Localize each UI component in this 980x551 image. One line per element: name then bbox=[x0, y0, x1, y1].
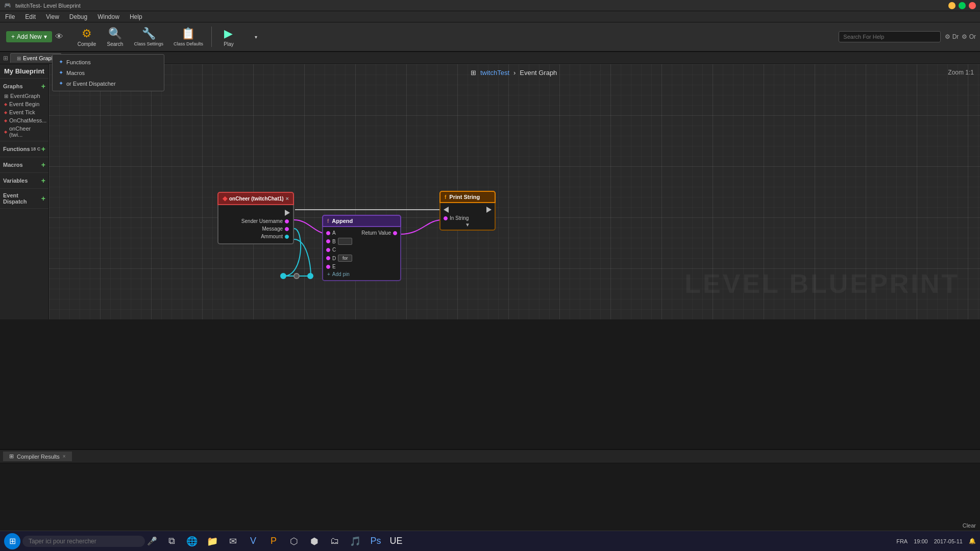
graphs-header[interactable]: Graphs + bbox=[0, 81, 48, 92]
message-row: Message bbox=[218, 225, 293, 233]
menu-bar: File Edit View Debug Window Help bbox=[0, 11, 980, 22]
node-oncheer-close[interactable]: × bbox=[286, 195, 289, 202]
macro-tooltip: ✦ Functions ✦ Macros ✦ or Event Dispatch… bbox=[52, 54, 164, 91]
menu-file[interactable]: File bbox=[3, 12, 17, 21]
canvas-area[interactable]: ◀ ▶ ⊞ twitchTest › Event Graph Zoom 1:1 bbox=[49, 64, 980, 319]
menu-edit[interactable]: Edit bbox=[23, 12, 38, 21]
print-in-string-pin[interactable] bbox=[444, 216, 448, 220]
event-graph-item[interactable]: ⊞ EventGraph bbox=[0, 92, 48, 100]
taskbar-extra2[interactable]: ⬢ bbox=[306, 533, 323, 549]
append-pin-a[interactable] bbox=[326, 231, 330, 235]
compiler-tab-bar: ⊞ Compiler Results × bbox=[0, 450, 980, 463]
settings-icon-right[interactable]: ⚙ Dr bbox=[945, 33, 959, 40]
menu-window[interactable]: Window bbox=[95, 12, 121, 21]
macro-tooltip-item-event-dispatcher[interactable]: ✦ or Event Dispatcher bbox=[53, 78, 164, 89]
on-cheer-item[interactable]: ◆ onCheer (twi... bbox=[0, 124, 48, 139]
variables-add-button[interactable]: + bbox=[41, 177, 45, 185]
node-oncheer[interactable]: ◆ onCheer (twitchChat1) × Sender Usernam… bbox=[217, 192, 294, 244]
taskbar-vs[interactable]: V bbox=[245, 533, 261, 549]
search-help-input[interactable] bbox=[839, 31, 941, 42]
reroute-node-2[interactable] bbox=[293, 273, 300, 279]
append-return-pin[interactable] bbox=[393, 231, 397, 235]
menu-debug[interactable]: Debug bbox=[67, 12, 89, 21]
append-pin-b-input[interactable] bbox=[338, 238, 352, 245]
macros-header[interactable]: Macros + bbox=[0, 159, 48, 170]
class-settings-button[interactable]: 🔧 Class Settings bbox=[130, 24, 167, 49]
macro-tooltip-item-functions[interactable]: ✦ Functions bbox=[53, 57, 164, 67]
minimize-button[interactable] bbox=[948, 2, 955, 9]
append-pin-e-row: E bbox=[323, 263, 400, 270]
graphs-add-button[interactable]: + bbox=[41, 82, 45, 90]
compile-button[interactable]: ⚙ Compile bbox=[74, 24, 101, 49]
event-tick-item[interactable]: ◆ Event Tick bbox=[0, 108, 48, 116]
taskbar-chrome[interactable]: 🌐 bbox=[184, 533, 200, 549]
maximize-button[interactable] bbox=[959, 2, 966, 9]
taskbar-perforce[interactable]: P bbox=[265, 533, 282, 549]
taskbar-search-input[interactable] bbox=[22, 536, 145, 547]
on-chat-mess-item[interactable]: ◆ OnChatMess... bbox=[0, 116, 48, 124]
class-defaults-button[interactable]: 📋 Class Defaults bbox=[169, 24, 207, 49]
toolbar: + Add New ▾ 👁 ⚙ Compile 🔍 Search 🔧 Class… bbox=[0, 22, 980, 52]
append-pin-c-row: C bbox=[323, 246, 400, 254]
ammount-row: Ammount bbox=[218, 233, 293, 240]
eye-icon[interactable]: 👁 bbox=[55, 32, 63, 41]
taskbar-files[interactable]: 📁 bbox=[204, 533, 220, 549]
print-expand-button[interactable]: ▼ bbox=[440, 222, 495, 228]
node-print-string[interactable]: f Print String In String ▼ bbox=[439, 191, 496, 231]
compiler-tab-close-button[interactable]: × bbox=[63, 454, 66, 459]
microphone-icon[interactable]: 🎤 bbox=[147, 536, 157, 546]
add-new-button[interactable]: + Add New ▾ bbox=[6, 31, 52, 42]
taskbar-date: 2017-05-11 bbox=[934, 538, 963, 544]
node-append[interactable]: f Append A Return Value bbox=[322, 215, 401, 281]
exec-out-pin[interactable] bbox=[285, 210, 290, 216]
append-pin-b[interactable] bbox=[326, 239, 330, 243]
play-button[interactable]: ▶ Play bbox=[216, 24, 241, 49]
close-button[interactable] bbox=[969, 2, 976, 9]
append-pin-e[interactable] bbox=[326, 265, 330, 269]
functions-add-button[interactable]: + bbox=[41, 145, 45, 153]
play-options-button[interactable]: ▾ bbox=[243, 24, 269, 49]
dispatch-icon: ✦ bbox=[59, 80, 63, 87]
taskbar-ue4[interactable]: UE bbox=[388, 533, 404, 549]
menu-help[interactable]: Help bbox=[128, 12, 144, 21]
clear-button[interactable]: Clear bbox=[963, 522, 976, 529]
start-button[interactable]: ⊞ bbox=[4, 533, 20, 549]
reroute-node-1[interactable] bbox=[280, 273, 286, 279]
sender-username-row: Sender Username bbox=[218, 217, 293, 225]
taskbar-ps[interactable]: Ps bbox=[368, 533, 384, 549]
macros-add-button[interactable]: + bbox=[41, 161, 45, 169]
exec-in-pin[interactable] bbox=[444, 207, 449, 213]
taskbar-extra1[interactable]: ⬡ bbox=[286, 533, 302, 549]
compiler-panel: ⊞ Compiler Results × Clear bbox=[0, 449, 980, 531]
taskbar-explorer[interactable]: 🗂 bbox=[327, 533, 343, 549]
append-pin-d[interactable] bbox=[326, 256, 330, 260]
append-add-pin-row[interactable]: + Add pin bbox=[323, 270, 400, 278]
event-dispatch-header[interactable]: Event Dispatch + bbox=[0, 191, 48, 206]
append-pin-d-input[interactable] bbox=[338, 255, 352, 262]
compiler-results-tab[interactable]: ⊞ Compiler Results × bbox=[3, 452, 72, 461]
reroute-node-3[interactable] bbox=[307, 273, 313, 279]
breadcrumb: ⊞ twitchTest › Event Graph bbox=[471, 69, 557, 77]
taskbar-extra3[interactable]: 🎵 bbox=[347, 533, 363, 549]
sender-username-pin[interactable] bbox=[285, 219, 289, 223]
ammount-pin[interactable] bbox=[285, 235, 289, 239]
taskbar-task-view[interactable]: ⧉ bbox=[163, 533, 180, 549]
functions-header[interactable]: Functions 18 C + bbox=[0, 143, 48, 155]
event-dispatch-add-button[interactable]: + bbox=[41, 194, 45, 203]
search-icon: 🔍 bbox=[108, 27, 122, 40]
exec-out-pin-print[interactable] bbox=[486, 207, 492, 213]
variables-header[interactable]: Variables + bbox=[0, 175, 48, 186]
taskbar-notification-icon[interactable]: 🔔 bbox=[969, 538, 976, 544]
taskbar-mail[interactable]: ✉ bbox=[225, 533, 241, 549]
macro-tooltip-item-macros[interactable]: ✦ Macros bbox=[53, 67, 164, 78]
menu-view[interactable]: View bbox=[44, 12, 61, 21]
taskbar: ⊞ 🎤 ⧉ 🌐 📁 ✉ V P ⬡ ⬢ 🗂 🎵 Ps UE FRA 19:00 … bbox=[0, 531, 980, 551]
event-begin-item[interactable]: ◆ Event Begin bbox=[0, 100, 48, 108]
search-button[interactable]: 🔍 Search bbox=[102, 24, 128, 49]
settings-icon-right2[interactable]: ⚙ Or bbox=[962, 33, 976, 40]
variables-section: Variables + bbox=[0, 173, 48, 189]
message-pin[interactable] bbox=[285, 227, 289, 231]
breadcrumb-root[interactable]: twitchTest bbox=[480, 69, 509, 77]
append-pin-c[interactable] bbox=[326, 248, 330, 252]
breadcrumb-separator: › bbox=[513, 69, 516, 77]
